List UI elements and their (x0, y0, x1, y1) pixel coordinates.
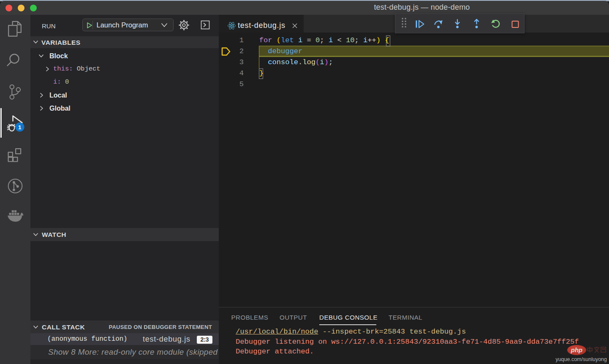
svg-text:1: 1 (18, 124, 22, 130)
